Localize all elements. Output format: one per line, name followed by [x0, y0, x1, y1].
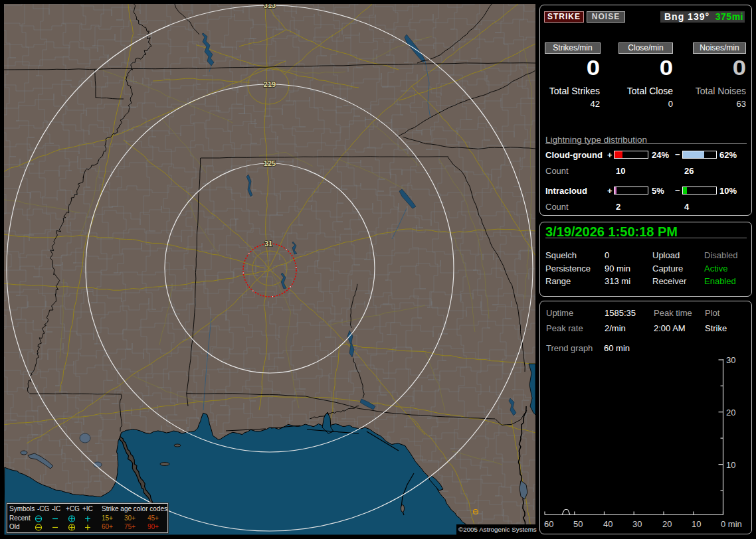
svg-text:219: 219	[264, 80, 276, 88]
svg-text:125: 125	[264, 159, 276, 167]
svg-text:31: 31	[264, 240, 272, 248]
svg-text:30: 30	[726, 355, 735, 365]
svg-text:313: 313	[264, 4, 276, 9]
svg-text:10: 10	[726, 460, 735, 470]
svg-text:20: 20	[726, 408, 735, 418]
